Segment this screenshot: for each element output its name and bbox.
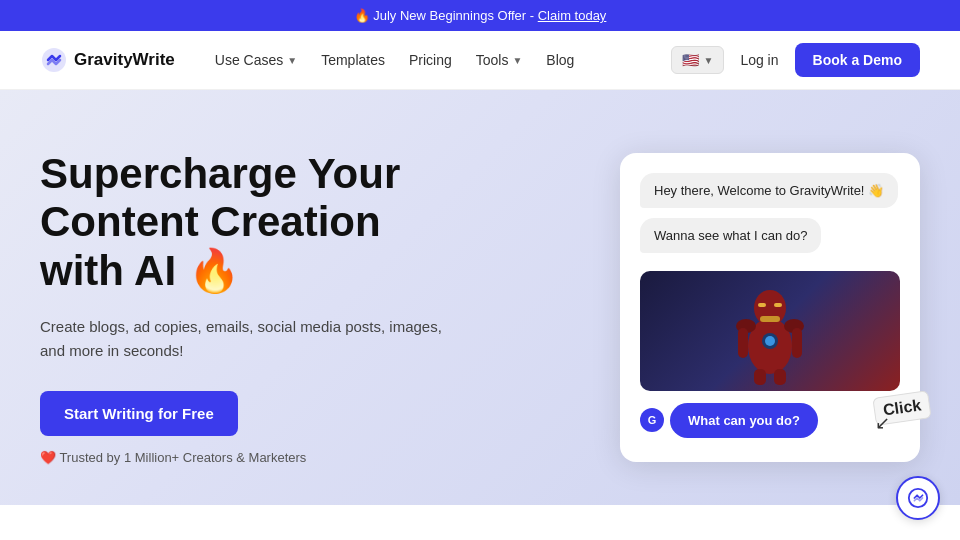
banner-link[interactable]: Claim today <box>538 8 607 23</box>
nav-templates[interactable]: Templates <box>321 52 385 68</box>
start-writing-button[interactable]: Start Writing for Free <box>40 391 238 436</box>
float-gravitywrite-button[interactable] <box>896 476 940 520</box>
hero-left: Supercharge Your Content Creation with A… <box>40 150 460 465</box>
banner-fire-emoji: 🔥 <box>354 8 370 23</box>
svg-rect-11 <box>754 369 766 385</box>
chevron-down-icon: ▼ <box>512 55 522 66</box>
problem-section: PROBLEM Are you Spending <box>0 505 960 540</box>
nav-right: 🇺🇸 ▼ Log in Book a Demo <box>671 43 920 77</box>
gw-avatar: G <box>640 408 664 432</box>
svg-rect-9 <box>738 328 748 358</box>
nav-tools[interactable]: Tools ▼ <box>476 52 523 68</box>
svg-rect-12 <box>774 369 786 385</box>
nav-use-cases[interactable]: Use Cases ▼ <box>215 52 297 68</box>
logo-text: GravityWrite <box>74 50 175 70</box>
chevron-down-icon: ▼ <box>287 55 297 66</box>
chat-bubble-2: Wanna see what I can do? <box>640 218 821 253</box>
nav-links: Use Cases ▼ Templates Pricing Tools ▼ Bl… <box>215 52 672 68</box>
ironman-svg <box>730 276 810 386</box>
top-banner: 🔥 July New Beginnings Offer - Claim toda… <box>0 0 960 31</box>
nav-pricing[interactable]: Pricing <box>409 52 452 68</box>
svg-point-3 <box>765 336 775 346</box>
logo-icon <box>40 46 68 74</box>
svg-rect-5 <box>758 303 766 307</box>
hero-chat-panel: Hey there, Welcome to GravityWrite! 👋 Wa… <box>620 153 920 462</box>
gw-float-icon <box>907 487 929 509</box>
language-selector[interactable]: 🇺🇸 ▼ <box>671 46 724 74</box>
svg-rect-10 <box>792 328 802 358</box>
chat-bubble-1: Hey there, Welcome to GravityWrite! 👋 <box>640 173 898 208</box>
chat-image <box>640 271 900 391</box>
logo[interactable]: GravityWrite <box>40 46 175 74</box>
what-can-you-do-button[interactable]: What can you do? <box>670 403 818 438</box>
chevron-down-icon: ▼ <box>703 55 713 66</box>
svg-rect-13 <box>760 316 780 322</box>
flag-icon: 🇺🇸 <box>682 52 699 68</box>
navbar: GravityWrite Use Cases ▼ Templates Prici… <box>0 31 960 90</box>
nav-blog[interactable]: Blog <box>546 52 574 68</box>
hero-title: Supercharge Your Content Creation with A… <box>40 150 460 295</box>
hero-section: Supercharge Your Content Creation with A… <box>0 90 960 505</box>
chat-card: Hey there, Welcome to GravityWrite! 👋 Wa… <box>620 153 920 462</box>
hero-description: Create blogs, ad copies, emails, social … <box>40 315 460 363</box>
svg-rect-6 <box>774 303 782 307</box>
banner-text: July New Beginnings Offer - <box>373 8 538 23</box>
click-arrow-icon: ↙ <box>875 412 890 434</box>
svg-point-0 <box>42 48 66 72</box>
what-btn-row: G What can you do? <box>640 403 900 438</box>
trust-text: ❤️ Trusted by 1 Million+ Creators & Mark… <box>40 450 460 465</box>
login-button[interactable]: Log in <box>740 52 778 68</box>
book-demo-button[interactable]: Book a Demo <box>795 43 920 77</box>
trust-emoji: ❤️ <box>40 450 56 465</box>
